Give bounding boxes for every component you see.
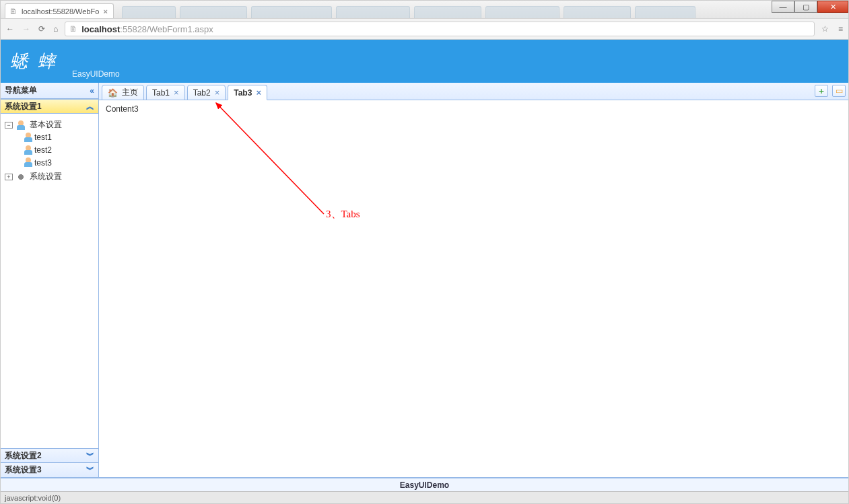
tab-content-text: Content3 [106,104,139,114]
home-small-icon: ▭ [836,86,843,96]
tab-label: Tab1 [152,88,170,98]
accordion-header-3[interactable]: 系统设置3 ︾ [1,463,98,478]
browser-navbar: ← → ⟳ ⌂ 🗎 localhost:55828/WebForm1.aspx … [1,18,848,40]
tree-node[interactable]: + 系统设置 [5,170,94,184]
tabs-header: 🏠 主页 Tab1 × Tab2 × Tab3 × [99,83,848,100]
accordion-title: 系统设置1 [5,101,42,112]
gear-icon [16,172,26,182]
main-area: 🏠 主页 Tab1 × Tab2 × Tab3 × [99,83,848,478]
tree-node[interactable]: test2 [5,143,94,156]
tab-tab1[interactable]: Tab1 × [146,85,185,100]
header-subtitle: EasyUIDemo [72,69,120,79]
sidebar: 导航菜单 « 系统设置1 ︽ − 基本设置 test1 [1,83,99,478]
user-icon [24,145,33,155]
tree-expand-icon[interactable]: + [5,174,13,180]
nav-icons: ← → ⟳ ⌂ [6,24,58,34]
layout-center-row: 导航菜单 « 系统设置1 ︽ − 基本设置 test1 [1,83,848,478]
tab-label: 主页 [122,87,138,98]
address-bar[interactable]: 🗎 localhost:55828/WebForm1.aspx [65,22,815,36]
tree-node[interactable]: − 基本设置 test1 test2 test3 [5,118,94,170]
window-maximize-button[interactable]: ▢ [794,1,817,13]
tab-home[interactable]: 🏠 主页 [102,85,144,100]
tab-close-icon[interactable]: × [174,88,179,97]
nav-back-icon[interactable]: ← [6,24,14,34]
blurred-tab [122,6,176,18]
tab-close-icon[interactable]: × [215,88,220,97]
address-tools: ☆ ≡ [821,24,843,34]
tab-close-icon[interactable]: × [256,88,261,97]
window-controls: — ▢ ✕ [772,1,848,13]
blurred-tab [336,6,410,18]
blurred-tab [180,6,247,18]
tree-node-label: test2 [34,145,52,155]
layout-south: EasyUIDemo [1,478,848,491]
chevron-up-icon: ︽ [86,101,94,112]
tree-node-label: test1 [34,133,52,142]
tree-node-label: test3 [34,157,52,167]
tab-tab2[interactable]: Tab2 × [187,85,226,100]
browser-tab-close-icon[interactable]: × [103,7,107,15]
browser-tab-title: localhost:55828/WebFo [22,7,99,15]
tree-node[interactable]: test3 [5,156,94,169]
tabs-tools: ＋ ▭ [815,85,846,97]
browser-tabstrip: 🗎 localhost:55828/WebFo × — ▢ ✕ [1,1,848,18]
window-close-button[interactable]: ✕ [817,1,848,13]
nav-reload-icon[interactable]: ⟳ [38,24,45,34]
user-icon [16,120,26,130]
sidebar-collapse-icon[interactable]: « [90,86,94,96]
page-header: 蟋 蟀 EasyUIDemo [1,40,848,83]
accordion-header-1[interactable]: 系统设置1 ︽ [1,99,98,114]
browser-menu-icon[interactable]: ≡ [838,24,843,34]
page-icon: 🗎 [9,7,18,16]
logo: 蟋 蟀 [10,50,58,73]
tree-node[interactable]: test1 [5,131,94,143]
south-text: EasyUIDemo [400,480,449,490]
tab-content: Content3 [99,100,848,478]
page-icon: 🗎 [69,24,77,34]
nav-home-icon[interactable]: ⌂ [53,24,58,34]
tree-node-label: 系统设置 [30,172,62,181]
status-text: javascript:void(0) [5,494,61,502]
sidebar-title-label: 导航菜单 [5,85,37,96]
tab-add-button[interactable]: ＋ [815,85,828,97]
page-root: 蟋 蟀 EasyUIDemo 导航菜单 « 系统设置1 ︽ − [1,40,848,491]
browser-window: 🗎 localhost:55828/WebFo × — ▢ ✕ ← → ⟳ ⌂ [0,0,849,504]
address-text: localhost:55828/WebForm1.aspx [81,24,213,34]
browser-status-bar: javascript:void(0) [1,491,848,503]
nav-forward-icon[interactable]: → [22,24,30,34]
bookmark-star-icon[interactable]: ☆ [821,24,829,34]
sidebar-title: 导航菜单 « [1,83,98,99]
accordion-body-1: − 基本设置 test1 test2 test3 + [1,114,98,448]
user-icon [24,133,33,142]
home-icon: 🏠 [108,88,118,98]
tab-label: Tab2 [193,88,211,98]
tree-node-label: 基本设置 [30,120,62,129]
tree-collapse-icon[interactable]: − [5,122,13,129]
tab-tab3[interactable]: Tab3 × [228,85,267,100]
window-minimize-button[interactable]: — [772,1,794,13]
blurred-tab [564,6,631,18]
accordion-title: 系统设置3 [5,464,42,476]
blurred-other-tabs [122,6,695,18]
blurred-tab [635,6,695,18]
accordion-header-2[interactable]: 系统设置2 ︾ [1,448,98,463]
user-icon [24,157,33,167]
blurred-tab [485,6,559,18]
chevron-down-icon: ︾ [86,450,94,462]
plus-icon: ＋ [817,85,825,97]
chevron-down-icon: ︾ [86,464,94,476]
blurred-tab [414,6,481,18]
accordion-title: 系统设置2 [5,450,42,462]
browser-tab[interactable]: 🗎 localhost:55828/WebFo × [5,3,114,18]
tab-home-button[interactable]: ▭ [832,85,846,97]
tab-label: Tab3 [234,88,252,98]
blurred-tab [251,6,332,18]
